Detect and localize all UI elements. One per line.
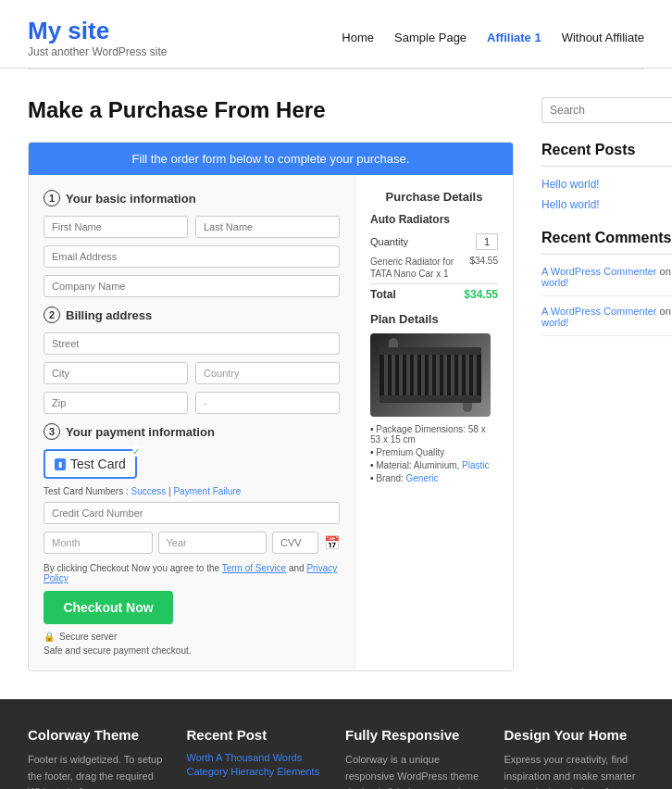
card-icon: ▮ [55, 458, 66, 470]
item-price: $34.55 [469, 256, 498, 280]
credit-card-input[interactable] [44, 502, 340, 524]
generic-link[interactable]: Generic [406, 473, 439, 483]
city-country-row: Country [44, 362, 340, 384]
svg-rect-9 [443, 352, 447, 398]
product-name: Auto Radiators [370, 213, 498, 226]
safe-text: Safe and secure payment checkout. [44, 645, 340, 656]
section3-title: 3 Your payment information [44, 423, 340, 440]
form-left: 1 Your basic information [29, 175, 355, 670]
nav-sample-page[interactable]: Sample Page [394, 31, 467, 44]
footer-col-design: Design Your Home Express your creativity… [504, 727, 645, 789]
first-name-input[interactable] [44, 216, 188, 238]
terms-link[interactable]: Term of Service [222, 563, 286, 573]
success-link[interactable]: Success [131, 486, 166, 496]
radiator-svg [375, 338, 486, 412]
svg-rect-3 [399, 352, 403, 398]
svg-rect-6 [421, 352, 425, 398]
svg-rect-12 [466, 352, 469, 398]
form-header: Fill the order form below to complete yo… [29, 143, 513, 175]
footer: Colorway Theme Footer is widgetized. To … [0, 699, 672, 789]
main-container: Make a Purchase From Here Fill the order… [0, 69, 672, 699]
purchase-details-panel: Purchase Details Auto Radiators Quantity… [355, 175, 513, 670]
zip-input[interactable] [44, 392, 188, 414]
recent-post-1[interactable]: Hello world! [541, 198, 672, 211]
plan-detail-3: Brand: Generic [370, 473, 498, 483]
footer-col-recent-post: Recent Post Worth A Thousand Words Categ… [187, 727, 328, 789]
calendar-icon[interactable]: 📅 [324, 535, 340, 550]
content-area: Make a Purchase From Here Fill the order… [28, 97, 514, 671]
year-select[interactable]: Year [158, 532, 268, 554]
main-nav: Home Sample Page Affiliate 1 Without Aff… [342, 31, 644, 44]
test-numbers-row: Test Card Numbers : Success | Payment Fa… [44, 486, 340, 496]
svg-rect-1 [384, 352, 388, 398]
search-box: 🔍 [541, 97, 672, 123]
footer-col-responsive: Fully Responsive Colorway is a unique re… [345, 727, 486, 789]
search-input[interactable] [550, 104, 672, 117]
test-card-button[interactable]: ▮ Test Card ✓ [44, 449, 137, 479]
plastic-link[interactable]: Plastic [462, 460, 489, 470]
total-row: Total $34.55 [370, 283, 498, 301]
svg-rect-10 [451, 352, 454, 398]
svg-rect-2 [392, 352, 395, 398]
footer-grid: Colorway Theme Footer is widgetized. To … [28, 727, 644, 789]
plan-details-title: Plan Details [370, 312, 498, 326]
total-label: Total [370, 288, 396, 301]
svg-rect-7 [429, 352, 432, 398]
plan-detail-1: Premium Quality [370, 447, 498, 457]
nav-affiliate1[interactable]: Affiliate 1 [487, 31, 541, 44]
footer-col1-text: Footer is widgetized. To setup the foote… [28, 752, 168, 789]
commenter-1[interactable]: A WordPress Commenter [541, 306, 657, 317]
name-row [44, 216, 340, 238]
comment-1: A WordPress Commenter on Hello world! [541, 306, 672, 336]
footer-col-colorway: Colorway Theme Footer is widgetized. To … [28, 727, 168, 789]
last-name-input[interactable] [195, 216, 340, 238]
state-select[interactable]: - [195, 392, 340, 414]
checkout-button[interactable]: Checkout Now [44, 591, 173, 624]
footer-post-link-1[interactable]: Category Hierarchy Elements [187, 766, 328, 777]
failure-link[interactable]: Payment Failure [173, 486, 241, 496]
purchase-form-container: Fill the order form below to complete yo… [28, 142, 514, 671]
svg-rect-18 [389, 343, 398, 347]
footer-post-link-0[interactable]: Worth A Thousand Words [187, 752, 328, 763]
svg-rect-15 [380, 395, 481, 403]
sidebar: 🔍 Recent Posts Hello world! Hello world!… [541, 97, 672, 671]
svg-rect-13 [473, 352, 477, 398]
footer-col4-text: Express your creativity, find inspiratio… [504, 752, 645, 789]
item-price-row: Generic Radiator for TATA Nano Car x 1 $… [370, 256, 498, 280]
site-branding: My site Just another WordPress site [28, 17, 168, 58]
recent-post-0[interactable]: Hello world! [541, 178, 672, 191]
purchase-details-title: Purchase Details [370, 190, 498, 204]
recent-comments-section: Recent Comments A WordPress Commenter on… [541, 230, 672, 336]
total-price: $34.55 [464, 288, 498, 301]
site-header: My site Just another WordPress site Home… [0, 0, 672, 69]
credit-card-row [44, 502, 340, 524]
city-input[interactable] [44, 362, 188, 384]
footer-col4-title: Design Your Home [504, 727, 645, 743]
plan-detail-2: Material: Aluminium, Plastic [370, 460, 498, 470]
page-title: Make a Purchase From Here [28, 97, 514, 123]
commenter-0[interactable]: A WordPress Commenter [541, 266, 657, 277]
plan-detail-0: Package Dimensions: 58 x 53 x 15 cm [370, 424, 498, 445]
month-select[interactable]: Month [44, 532, 153, 554]
plan-details-list: Package Dimensions: 58 x 53 x 15 cm Prem… [370, 424, 498, 483]
company-input[interactable] [44, 275, 340, 297]
svg-rect-19 [463, 403, 472, 407]
secure-row: 🔒 Secure server [44, 632, 340, 642]
nav-home[interactable]: Home [342, 31, 374, 44]
footer-col3-title: Fully Responsive [345, 727, 486, 743]
site-title: My site [28, 17, 168, 45]
street-input[interactable] [44, 332, 340, 355]
item-name: Generic Radiator for TATA Nano Car x 1 [370, 256, 463, 280]
section3-num: 3 [44, 423, 60, 440]
footer-col1-title: Colorway Theme [28, 727, 168, 743]
email-input[interactable] [44, 245, 340, 268]
form-body: 1 Your basic information [29, 175, 513, 670]
section1-num: 1 [44, 190, 60, 207]
section2-title: 2 Billing address [44, 307, 340, 323]
email-row [44, 245, 340, 268]
comment-0: A WordPress Commenter on Hello world! [541, 266, 672, 296]
country-select[interactable]: Country [195, 362, 340, 384]
nav-without-affiliate[interactable]: Without Affiliate [562, 31, 644, 44]
cvv-input[interactable] [272, 532, 318, 554]
street-row [44, 332, 340, 355]
